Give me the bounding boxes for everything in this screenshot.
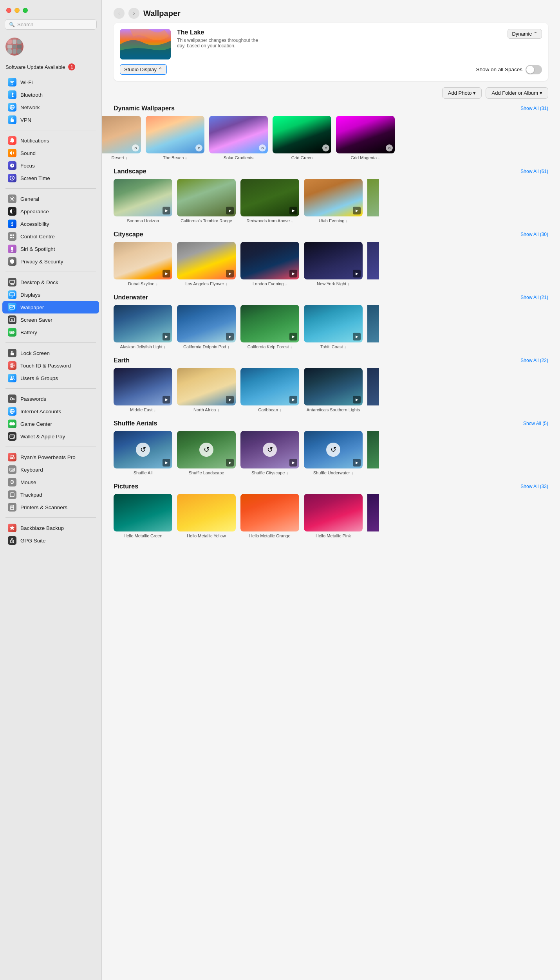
section-dynamic-showall[interactable]: Show All (31) <box>520 106 548 111</box>
section-cityscape-showall[interactable]: Show All (30) <box>520 232 548 237</box>
wallpaper-tile-dolphin[interactable]: ▶ <box>177 305 236 342</box>
wallpaper-tile-tahiti[interactable]: ▶ <box>304 305 363 342</box>
search-bar[interactable]: 🔍 Search <box>5 19 97 30</box>
display-label: Studio Display <box>124 67 157 72</box>
sidebar-item-displays[interactable]: Displays <box>2 288 99 301</box>
add-photo-button[interactable]: Add Photo ▾ <box>442 87 482 99</box>
sidebar-item-internet[interactable]: Internet Accounts <box>2 405 99 418</box>
sidebar-item-users[interactable]: Users & Groups <box>2 372 99 384</box>
wallpaper-tile-jellyfish[interactable]: ▶ <box>114 305 172 342</box>
sidebar-item-wifi[interactable]: Wi-Fi <box>2 76 99 88</box>
video-badge-icon: ▶ <box>289 270 297 277</box>
sidebar-item-sound[interactable]: Sound <box>2 147 99 159</box>
sidebar-item-lockscreen[interactable]: Lock Screen <box>2 347 99 359</box>
dynamic-badge-icon: ⊙ <box>386 144 393 151</box>
wallpaper-tile-shufflecityscape[interactable]: ↺ ▶ <box>240 431 299 468</box>
sidebar-item-appearance[interactable]: Appearance <box>2 205 99 218</box>
sidebar-item-wallpaper[interactable]: Wallpaper <box>2 301 99 313</box>
sidebar-item-controlcenter[interactable]: Control Centre <box>2 230 99 243</box>
wallpaper-thumbnail[interactable] <box>120 29 171 59</box>
section-earth-showall[interactable]: Show All (22) <box>520 358 548 363</box>
add-folder-button[interactable]: Add Folder or Album ▾ <box>486 87 548 99</box>
appearance-icon <box>8 207 16 216</box>
sidebar-item-trackpad[interactable]: Trackpad <box>2 488 99 501</box>
wallpaper-tile-desert[interactable]: ⊙ <box>102 116 141 153</box>
wallpaper-tile-antarctica[interactable]: ▶ <box>304 368 363 405</box>
sidebar-item-screentime[interactable]: Screen Time <box>2 172 99 184</box>
section-landscape-showall[interactable]: Show All (61) <box>520 169 548 174</box>
sidebar-item-notifications[interactable]: Notifications <box>2 134 99 147</box>
section-underwater-header: Underwater Show All (21) <box>114 294 548 301</box>
back-button[interactable]: ‹ <box>114 8 125 19</box>
wallpaper-tile-northafrica[interactable]: ▶ <box>177 368 236 405</box>
sidebar-item-printers[interactable]: Printers & Scanners <box>2 501 99 513</box>
wallpaper-tile-metallic-orange[interactable] <box>240 494 299 531</box>
sidebar-item-beats[interactable]: Ryan's Powerbeats Pro <box>2 451 99 463</box>
wallpaper-tile-kelp[interactable]: ▶ <box>240 305 299 342</box>
wallpaper-tile-gridmagenta[interactable]: ⊙ <box>336 116 395 153</box>
sidebar-item-backblaze[interactable]: Backblaze Backup <box>2 522 99 534</box>
wallpaper-tile-beach[interactable]: ⊙ <box>146 116 204 153</box>
sidebar-item-general[interactable]: General <box>2 193 99 205</box>
wallpaper-tile-metallic-green[interactable] <box>114 494 172 531</box>
sidebar-item-keyboard[interactable]: Keyboard <box>2 463 99 476</box>
section-pictures-showall[interactable]: Show All (33) <box>520 484 548 489</box>
svg-point-41 <box>12 422 15 425</box>
search-input[interactable]: Search <box>17 22 33 27</box>
wallpaper-tile-shufflelandscape[interactable]: ↺ ▶ <box>177 431 236 468</box>
section-landscape-title: Landscape <box>114 168 146 175</box>
sidebar-item-gamecenter[interactable]: Game Center <box>2 418 99 430</box>
display-select[interactable]: Studio Display ⌃ <box>120 64 167 75</box>
wallpaper-tile-middleeast[interactable]: ▶ <box>114 368 172 405</box>
section-underwater-showall[interactable]: Show All (21) <box>520 295 548 300</box>
wallpaper-tile-shuffleall[interactable]: ↺ ▶ <box>114 431 172 468</box>
sidebar-item-passwords[interactable]: Passwords <box>2 393 99 405</box>
sidebar-item-bluetooth[interactable]: Bluetooth <box>2 88 99 101</box>
wallpaper-tile-la[interactable]: ▶ <box>177 242 236 279</box>
wallpaper-tile-partial-city[interactable] <box>367 242 379 279</box>
software-update-row[interactable]: Software Update Available 1 <box>0 61 101 74</box>
sidebar-item-mouse[interactable]: Mouse <box>2 476 99 488</box>
sidebar-item-screensaver[interactable]: Screen Saver <box>2 313 99 326</box>
wallpaper-tile-london[interactable]: ▶ <box>240 242 299 279</box>
wallpaper-tile-gridgreen[interactable]: ⊙ <box>273 116 331 153</box>
wallpaper-tile-newyork[interactable]: ▶ <box>304 242 363 279</box>
wallpaper-tile-metallic-pink[interactable] <box>304 494 363 531</box>
wallpaper-tile-dubai[interactable]: ▶ <box>114 242 172 279</box>
sidebar-item-touchid[interactable]: Touch ID & Password <box>2 359 99 372</box>
minimize-button[interactable] <box>14 8 20 13</box>
wallpaper-tile-partial-earth[interactable] <box>367 368 379 405</box>
sidebar-item-network[interactable]: Network <box>2 101 99 113</box>
privacy-icon <box>8 257 16 266</box>
forward-button[interactable]: › <box>128 8 139 19</box>
vpn-icon <box>8 115 16 124</box>
wallpaper-tile-utah[interactable]: ▶ <box>304 179 363 216</box>
wallpaper-tile-partial-shuffle[interactable] <box>367 431 379 468</box>
wallpaper-tile-caribbean[interactable]: ▶ <box>240 368 299 405</box>
sidebar-item-desktop[interactable]: Desktop & Dock <box>2 276 99 288</box>
wallpaper-tile-metallic-yellow[interactable] <box>177 494 236 531</box>
sidebar-item-wallet[interactable]: Wallet & Apple Pay <box>2 430 99 443</box>
section-shuffle-showall[interactable]: Show All (5) <box>523 421 548 426</box>
sidebar-item-privacy[interactable]: Privacy & Security <box>2 255 99 268</box>
wallpaper-tile-redwoods[interactable]: ▶ <box>240 179 299 216</box>
search-icon: 🔍 <box>9 22 15 27</box>
wallpaper-tile-sonoma[interactable]: ▶ <box>114 179 172 216</box>
wallpaper-tile-solar[interactable]: ⊙ <box>209 116 268 153</box>
spaces-toggle[interactable] <box>526 65 542 74</box>
sidebar-item-vpn[interactable]: VPN <box>2 113 99 126</box>
sidebar-item-siri[interactable]: Siri & Spotlight <box>2 243 99 255</box>
wallpaper-tile-partial-uw[interactable] <box>367 305 379 342</box>
dynamic-button[interactable]: Dynamic ⌃ <box>508 29 542 39</box>
sidebar-item-battery[interactable]: Battery <box>2 326 99 339</box>
wallpaper-tile-partial-pictures[interactable] <box>367 494 379 531</box>
wallpaper-tile-partial[interactable] <box>367 179 379 216</box>
close-button[interactable] <box>6 8 11 13</box>
sidebar-item-gpg[interactable]: GPG Suite <box>2 534 99 547</box>
wallpaper-label-kelp: California Kelp Forest ↓ <box>247 344 292 349</box>
sidebar-item-focus[interactable]: Focus <box>2 159 99 172</box>
maximize-button[interactable] <box>23 8 28 13</box>
wallpaper-tile-temblor[interactable]: ▶ <box>177 179 236 216</box>
wallpaper-tile-shuffleunderwater[interactable]: ↺ ▶ <box>304 431 363 468</box>
sidebar-item-accessibility[interactable]: Accessibility <box>2 218 99 230</box>
